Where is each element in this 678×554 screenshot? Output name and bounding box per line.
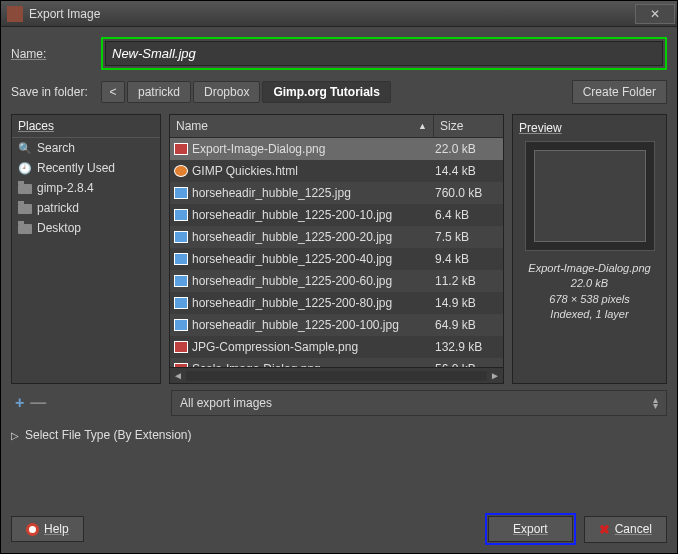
h-scrollbar[interactable]: ◄ ► <box>170 367 503 383</box>
preview-size: 22.0 kB <box>528 276 650 291</box>
file-name: horseheadir_hubble_1225.jpg <box>192 186 351 200</box>
jpg-file-icon <box>174 319 188 331</box>
file-row[interactable]: Scale-Image-Dialog.png56.0 kB <box>170 358 503 367</box>
preview-panel: Preview Export-Image-Dialog.png 22.0 kB … <box>512 114 667 384</box>
folder-icon <box>18 184 32 194</box>
preview-header: Preview <box>519 121 562 135</box>
file-size: 14.4 kB <box>429 164 499 178</box>
breadcrumb-segment[interactable]: Gimp.org Tutorials <box>262 81 390 103</box>
help-button[interactable]: Help <box>11 516 84 542</box>
folder-icon <box>18 204 32 214</box>
close-button[interactable]: ✕ <box>635 4 675 24</box>
file-size: 11.2 kB <box>429 274 499 288</box>
help-icon <box>26 523 39 536</box>
breadcrumb: < patrickdDropboxGimp.org Tutorials <box>101 81 572 103</box>
column-name-header[interactable]: Name ▲ <box>170 115 433 137</box>
app-icon <box>7 6 23 22</box>
file-size: 760.0 kB <box>429 186 499 200</box>
file-row[interactable]: GIMP Quickies.html14.4 kB <box>170 160 503 182</box>
files-panel: Name ▲ Size Export-Image-Dialog.png22.0 … <box>169 114 504 384</box>
places-item-label: Recently Used <box>37 161 115 175</box>
select-file-type-expander[interactable]: ▷ Select File Type (By Extension) <box>11 428 667 442</box>
scroll-left-icon[interactable]: ◄ <box>170 370 186 381</box>
html-file-icon <box>174 165 188 177</box>
file-name: horseheadir_hubble_1225-200-40.jpg <box>192 252 392 266</box>
file-name: GIMP Quickies.html <box>192 164 298 178</box>
preview-filename: Export-Image-Dialog.png <box>528 261 650 276</box>
chevron-updown-icon: ▴▾ <box>653 397 658 409</box>
file-size: 22.0 kB <box>429 142 499 156</box>
filename-input[interactable] <box>105 41 663 66</box>
png-file-icon <box>174 341 188 353</box>
add-bookmark-button[interactable]: + <box>15 394 24 412</box>
export-button[interactable]: Export <box>488 516 573 542</box>
places-item-label: Search <box>37 141 75 155</box>
file-size: 14.9 kB <box>429 296 499 310</box>
file-row[interactable]: horseheadir_hubble_1225-200-20.jpg7.5 kB <box>170 226 503 248</box>
places-item-label: patrickd <box>37 201 79 215</box>
file-row[interactable]: horseheadir_hubble_1225-200-40.jpg9.4 kB <box>170 248 503 270</box>
file-name: horseheadir_hubble_1225-200-20.jpg <box>192 230 392 244</box>
scroll-right-icon[interactable]: ► <box>487 370 503 381</box>
file-row[interactable]: horseheadir_hubble_1225-200-10.jpg6.4 kB <box>170 204 503 226</box>
places-item[interactable]: Recently Used <box>12 158 160 178</box>
jpg-file-icon <box>174 209 188 221</box>
file-size: 64.9 kB <box>429 318 499 332</box>
column-size-header[interactable]: Size <box>433 115 503 137</box>
file-type-filter[interactable]: All export images ▴▾ <box>171 390 667 416</box>
search-icon <box>18 141 32 155</box>
create-folder-button[interactable]: Create Folder <box>572 80 667 104</box>
name-label: Name: <box>11 47 101 61</box>
file-row[interactable]: horseheadir_hubble_1225.jpg760.0 kB <box>170 182 503 204</box>
window-title: Export Image <box>29 7 100 21</box>
jpg-file-icon <box>174 253 188 265</box>
file-row[interactable]: JPG-Compression-Sample.png132.9 kB <box>170 336 503 358</box>
jpg-file-icon <box>174 231 188 243</box>
file-name: horseheadir_hubble_1225-200-60.jpg <box>192 274 392 288</box>
cancel-button[interactable]: ✖ Cancel <box>584 516 667 543</box>
triangle-right-icon: ▷ <box>11 430 19 441</box>
folder-icon <box>18 224 32 234</box>
file-name: horseheadir_hubble_1225-200-80.jpg <box>192 296 392 310</box>
remove-bookmark-button[interactable]: ― <box>30 394 46 412</box>
breadcrumb-segment[interactable]: patrickd <box>127 81 191 103</box>
file-name: JPG-Compression-Sample.png <box>192 340 358 354</box>
png-file-icon <box>174 143 188 155</box>
preview-dims: 678 × 538 pixels <box>528 292 650 307</box>
file-size: 7.5 kB <box>429 230 499 244</box>
places-item[interactable]: gimp-2.8.4 <box>12 178 160 198</box>
recent-icon <box>18 161 32 175</box>
places-item-label: gimp-2.8.4 <box>37 181 94 195</box>
places-panel: Places SearchRecently Usedgimp-2.8.4patr… <box>11 114 161 384</box>
places-item-label: Desktop <box>37 221 81 235</box>
breadcrumb-back[interactable]: < <box>101 81 125 103</box>
file-row[interactable]: horseheadir_hubble_1225-200-80.jpg14.9 k… <box>170 292 503 314</box>
preview-thumbnail <box>525 141 655 251</box>
places-item[interactable]: Desktop <box>12 218 160 238</box>
places-item[interactable]: patrickd <box>12 198 160 218</box>
file-name: horseheadir_hubble_1225-200-100.jpg <box>192 318 399 332</box>
file-row[interactable]: horseheadir_hubble_1225-200-60.jpg11.2 k… <box>170 270 503 292</box>
file-name: Export-Image-Dialog.png <box>192 142 325 156</box>
jpg-file-icon <box>174 297 188 309</box>
cancel-icon: ✖ <box>599 522 610 537</box>
titlebar[interactable]: Export Image ✕ <box>1 1 677 27</box>
preview-mode: Indexed, 1 layer <box>528 307 650 322</box>
export-highlight: Export <box>485 513 576 545</box>
sort-asc-icon: ▲ <box>418 121 427 131</box>
export-dialog: Export Image ✕ Name: Save in folder: < p… <box>0 0 678 554</box>
name-highlight <box>101 37 667 70</box>
breadcrumb-segment[interactable]: Dropbox <box>193 81 260 103</box>
file-size: 6.4 kB <box>429 208 499 222</box>
jpg-file-icon <box>174 187 188 199</box>
file-row[interactable]: Export-Image-Dialog.png22.0 kB <box>170 138 503 160</box>
places-item[interactable]: Search <box>12 138 160 158</box>
places-header[interactable]: Places <box>12 115 160 138</box>
file-size: 132.9 kB <box>429 340 499 354</box>
file-row[interactable]: horseheadir_hubble_1225-200-100.jpg64.9 … <box>170 314 503 336</box>
file-name: horseheadir_hubble_1225-200-10.jpg <box>192 208 392 222</box>
file-size: 9.4 kB <box>429 252 499 266</box>
jpg-file-icon <box>174 275 188 287</box>
save-folder-label: Save in folder: <box>11 85 101 99</box>
